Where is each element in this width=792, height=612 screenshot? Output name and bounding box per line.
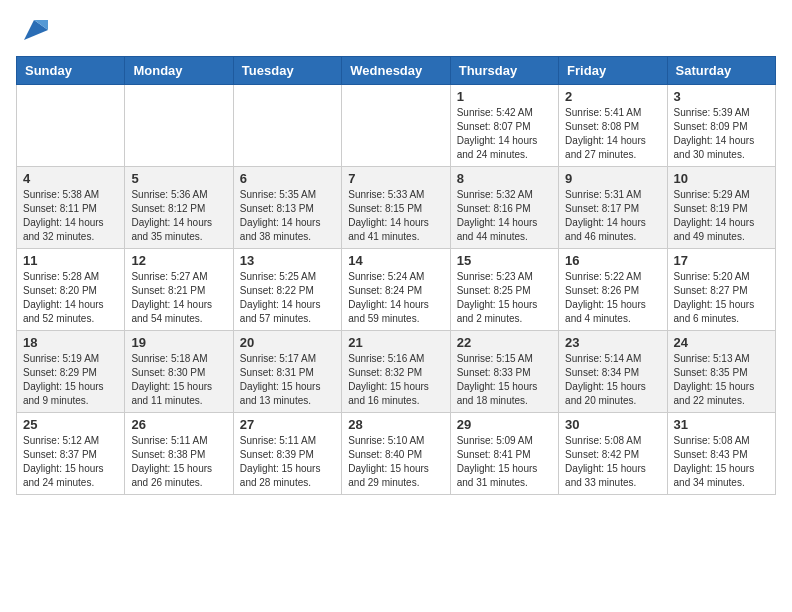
calendar-cell: 1Sunrise: 5:42 AM Sunset: 8:07 PM Daylig… xyxy=(450,85,558,167)
day-number: 8 xyxy=(457,171,552,186)
day-info: Sunrise: 5:11 AM Sunset: 8:38 PM Dayligh… xyxy=(131,434,226,490)
day-number: 30 xyxy=(565,417,660,432)
day-number: 6 xyxy=(240,171,335,186)
day-info: Sunrise: 5:42 AM Sunset: 8:07 PM Dayligh… xyxy=(457,106,552,162)
day-number: 19 xyxy=(131,335,226,350)
day-info: Sunrise: 5:23 AM Sunset: 8:25 PM Dayligh… xyxy=(457,270,552,326)
calendar-cell: 22Sunrise: 5:15 AM Sunset: 8:33 PM Dayli… xyxy=(450,331,558,413)
day-info: Sunrise: 5:19 AM Sunset: 8:29 PM Dayligh… xyxy=(23,352,118,408)
calendar-cell: 5Sunrise: 5:36 AM Sunset: 8:12 PM Daylig… xyxy=(125,167,233,249)
calendar-header-row: SundayMondayTuesdayWednesdayThursdayFrid… xyxy=(17,57,776,85)
calendar-cell: 27Sunrise: 5:11 AM Sunset: 8:39 PM Dayli… xyxy=(233,413,341,495)
day-number: 4 xyxy=(23,171,118,186)
day-info: Sunrise: 5:15 AM Sunset: 8:33 PM Dayligh… xyxy=(457,352,552,408)
day-info: Sunrise: 5:22 AM Sunset: 8:26 PM Dayligh… xyxy=(565,270,660,326)
day-number: 18 xyxy=(23,335,118,350)
day-info: Sunrise: 5:36 AM Sunset: 8:12 PM Dayligh… xyxy=(131,188,226,244)
day-info: Sunrise: 5:38 AM Sunset: 8:11 PM Dayligh… xyxy=(23,188,118,244)
day-info: Sunrise: 5:13 AM Sunset: 8:35 PM Dayligh… xyxy=(674,352,769,408)
logo-icon xyxy=(20,16,48,44)
day-number: 31 xyxy=(674,417,769,432)
day-info: Sunrise: 5:09 AM Sunset: 8:41 PM Dayligh… xyxy=(457,434,552,490)
calendar-cell: 26Sunrise: 5:11 AM Sunset: 8:38 PM Dayli… xyxy=(125,413,233,495)
calendar-cell: 16Sunrise: 5:22 AM Sunset: 8:26 PM Dayli… xyxy=(559,249,667,331)
day-number: 28 xyxy=(348,417,443,432)
day-info: Sunrise: 5:31 AM Sunset: 8:17 PM Dayligh… xyxy=(565,188,660,244)
weekday-header-saturday: Saturday xyxy=(667,57,775,85)
day-number: 1 xyxy=(457,89,552,104)
calendar-cell: 25Sunrise: 5:12 AM Sunset: 8:37 PM Dayli… xyxy=(17,413,125,495)
calendar-cell: 3Sunrise: 5:39 AM Sunset: 8:09 PM Daylig… xyxy=(667,85,775,167)
calendar-cell: 14Sunrise: 5:24 AM Sunset: 8:24 PM Dayli… xyxy=(342,249,450,331)
day-number: 7 xyxy=(348,171,443,186)
day-number: 11 xyxy=(23,253,118,268)
calendar-cell: 12Sunrise: 5:27 AM Sunset: 8:21 PM Dayli… xyxy=(125,249,233,331)
calendar-week-2: 4Sunrise: 5:38 AM Sunset: 8:11 PM Daylig… xyxy=(17,167,776,249)
day-info: Sunrise: 5:24 AM Sunset: 8:24 PM Dayligh… xyxy=(348,270,443,326)
weekday-header-friday: Friday xyxy=(559,57,667,85)
day-info: Sunrise: 5:16 AM Sunset: 8:32 PM Dayligh… xyxy=(348,352,443,408)
day-number: 14 xyxy=(348,253,443,268)
day-number: 12 xyxy=(131,253,226,268)
day-number: 17 xyxy=(674,253,769,268)
day-number: 27 xyxy=(240,417,335,432)
calendar-cell: 7Sunrise: 5:33 AM Sunset: 8:15 PM Daylig… xyxy=(342,167,450,249)
day-number: 10 xyxy=(674,171,769,186)
calendar-week-3: 11Sunrise: 5:28 AM Sunset: 8:20 PM Dayli… xyxy=(17,249,776,331)
calendar-cell xyxy=(233,85,341,167)
day-info: Sunrise: 5:08 AM Sunset: 8:43 PM Dayligh… xyxy=(674,434,769,490)
day-number: 25 xyxy=(23,417,118,432)
calendar-cell: 6Sunrise: 5:35 AM Sunset: 8:13 PM Daylig… xyxy=(233,167,341,249)
calendar-cell: 11Sunrise: 5:28 AM Sunset: 8:20 PM Dayli… xyxy=(17,249,125,331)
calendar-cell: 19Sunrise: 5:18 AM Sunset: 8:30 PM Dayli… xyxy=(125,331,233,413)
day-info: Sunrise: 5:33 AM Sunset: 8:15 PM Dayligh… xyxy=(348,188,443,244)
day-info: Sunrise: 5:14 AM Sunset: 8:34 PM Dayligh… xyxy=(565,352,660,408)
page-header xyxy=(16,16,776,44)
day-info: Sunrise: 5:18 AM Sunset: 8:30 PM Dayligh… xyxy=(131,352,226,408)
day-number: 29 xyxy=(457,417,552,432)
day-info: Sunrise: 5:08 AM Sunset: 8:42 PM Dayligh… xyxy=(565,434,660,490)
calendar-cell: 21Sunrise: 5:16 AM Sunset: 8:32 PM Dayli… xyxy=(342,331,450,413)
calendar-cell: 9Sunrise: 5:31 AM Sunset: 8:17 PM Daylig… xyxy=(559,167,667,249)
day-number: 5 xyxy=(131,171,226,186)
weekday-header-thursday: Thursday xyxy=(450,57,558,85)
calendar-cell xyxy=(125,85,233,167)
weekday-header-monday: Monday xyxy=(125,57,233,85)
day-number: 23 xyxy=(565,335,660,350)
day-info: Sunrise: 5:35 AM Sunset: 8:13 PM Dayligh… xyxy=(240,188,335,244)
calendar-cell: 13Sunrise: 5:25 AM Sunset: 8:22 PM Dayli… xyxy=(233,249,341,331)
day-info: Sunrise: 5:17 AM Sunset: 8:31 PM Dayligh… xyxy=(240,352,335,408)
day-info: Sunrise: 5:41 AM Sunset: 8:08 PM Dayligh… xyxy=(565,106,660,162)
day-info: Sunrise: 5:20 AM Sunset: 8:27 PM Dayligh… xyxy=(674,270,769,326)
day-number: 22 xyxy=(457,335,552,350)
calendar-cell: 17Sunrise: 5:20 AM Sunset: 8:27 PM Dayli… xyxy=(667,249,775,331)
day-info: Sunrise: 5:10 AM Sunset: 8:40 PM Dayligh… xyxy=(348,434,443,490)
day-number: 26 xyxy=(131,417,226,432)
day-info: Sunrise: 5:25 AM Sunset: 8:22 PM Dayligh… xyxy=(240,270,335,326)
calendar-cell: 2Sunrise: 5:41 AM Sunset: 8:08 PM Daylig… xyxy=(559,85,667,167)
calendar-cell: 4Sunrise: 5:38 AM Sunset: 8:11 PM Daylig… xyxy=(17,167,125,249)
day-number: 24 xyxy=(674,335,769,350)
calendar-cell: 10Sunrise: 5:29 AM Sunset: 8:19 PM Dayli… xyxy=(667,167,775,249)
weekday-header-wednesday: Wednesday xyxy=(342,57,450,85)
day-number: 20 xyxy=(240,335,335,350)
calendar-cell: 24Sunrise: 5:13 AM Sunset: 8:35 PM Dayli… xyxy=(667,331,775,413)
logo xyxy=(16,16,48,44)
calendar-cell: 30Sunrise: 5:08 AM Sunset: 8:42 PM Dayli… xyxy=(559,413,667,495)
day-info: Sunrise: 5:32 AM Sunset: 8:16 PM Dayligh… xyxy=(457,188,552,244)
calendar-cell: 20Sunrise: 5:17 AM Sunset: 8:31 PM Dayli… xyxy=(233,331,341,413)
day-number: 2 xyxy=(565,89,660,104)
calendar-cell: 15Sunrise: 5:23 AM Sunset: 8:25 PM Dayli… xyxy=(450,249,558,331)
calendar-week-4: 18Sunrise: 5:19 AM Sunset: 8:29 PM Dayli… xyxy=(17,331,776,413)
day-number: 9 xyxy=(565,171,660,186)
weekday-header-tuesday: Tuesday xyxy=(233,57,341,85)
day-info: Sunrise: 5:11 AM Sunset: 8:39 PM Dayligh… xyxy=(240,434,335,490)
calendar-cell: 8Sunrise: 5:32 AM Sunset: 8:16 PM Daylig… xyxy=(450,167,558,249)
day-number: 15 xyxy=(457,253,552,268)
calendar-cell: 28Sunrise: 5:10 AM Sunset: 8:40 PM Dayli… xyxy=(342,413,450,495)
calendar-cell: 29Sunrise: 5:09 AM Sunset: 8:41 PM Dayli… xyxy=(450,413,558,495)
calendar-cell: 18Sunrise: 5:19 AM Sunset: 8:29 PM Dayli… xyxy=(17,331,125,413)
calendar-cell xyxy=(17,85,125,167)
calendar-cell xyxy=(342,85,450,167)
day-info: Sunrise: 5:27 AM Sunset: 8:21 PM Dayligh… xyxy=(131,270,226,326)
